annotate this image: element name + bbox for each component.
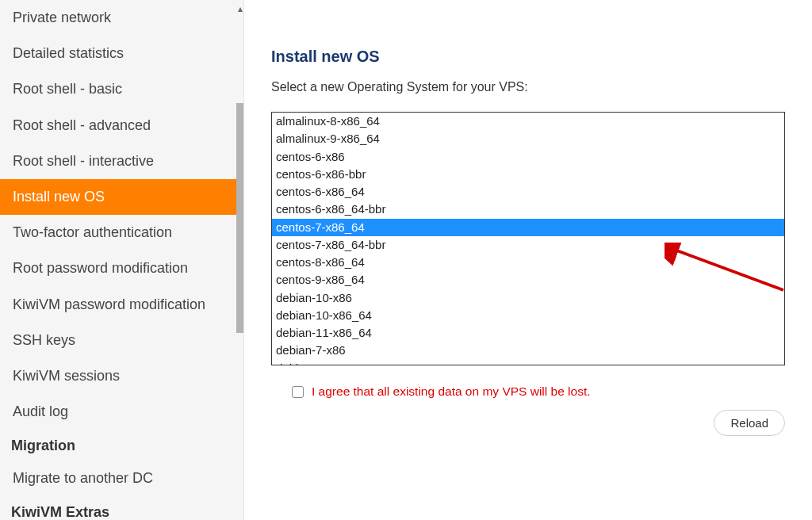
os-option-centos-6-x86_64[interactable]: centos-6-x86_64 <box>272 183 784 201</box>
os-option-centos-7-x86_64-bbr[interactable]: centos-7-x86_64-bbr <box>272 236 784 254</box>
os-option-centos-6-x86[interactable]: centos-6-x86 <box>272 148 784 166</box>
sidebar-item-root-password-modification[interactable]: Root password modification <box>0 250 243 286</box>
sidebar-item-detailed-statistics[interactable]: Detailed statistics <box>0 36 243 71</box>
sidebar-heading-migration: Migration <box>0 430 243 461</box>
sidebar-item-private-network[interactable]: Private network <box>0 0 243 36</box>
os-option-almalinux-9-x86_64[interactable]: almalinux-9-x86_64 <box>272 130 784 147</box>
os-option-debian-10-x86_64[interactable]: debian-10-x86_64 <box>272 307 784 324</box>
agree-label: I agree that all existing data on my VPS… <box>312 384 591 399</box>
sidebar-item-kiwivm-sessions[interactable]: KiwiVM sessions <box>0 358 243 394</box>
sidebar-item-install-new-os[interactable]: Install new OS <box>0 179 243 215</box>
main-content: Install new OS Select a new Operating Sy… <box>244 0 812 520</box>
sidebar-item-ssh-keys[interactable]: SSH keys <box>0 323 243 358</box>
os-option-centos-6-x86-bbr[interactable]: centos-6-x86-bbr <box>272 166 784 183</box>
os-option-debian-7-x86[interactable]: debian-7-x86 <box>272 342 784 359</box>
os-option-centos-7-x86_64[interactable]: centos-7-x86_64 <box>272 219 784 236</box>
sidebar-item-root-shell-basic[interactable]: Root shell - basic <box>0 71 243 107</box>
os-option-debian-7-x86_64[interactable]: debian-7-x86_64 <box>272 360 784 366</box>
sidebar: ▴ Private networkDetailed statisticsRoot… <box>0 0 244 520</box>
sidebar-item-audit-log[interactable]: Audit log <box>0 394 243 430</box>
sidebar-scroll-thumb[interactable] <box>236 103 243 333</box>
sidebar-heading-extras: KiwiVM Extras <box>0 496 243 520</box>
reload-button[interactable]: Reload <box>714 410 785 436</box>
os-option-debian-11-x86_64[interactable]: debian-11-x86_64 <box>272 324 784 342</box>
os-select-listbox[interactable]: almalinux-8-x86_64almalinux-9-x86_64cent… <box>271 112 785 365</box>
agree-checkbox[interactable] <box>292 386 304 398</box>
sidebar-item-two-factor-authentication[interactable]: Two-factor authentication <box>0 215 243 250</box>
sidebar-item-root-shell-interactive[interactable]: Root shell - interactive <box>0 143 243 179</box>
sidebar-item-kiwivm-password-modification[interactable]: KiwiVM password modification <box>0 287 243 323</box>
page-title: Install new OS <box>271 48 785 66</box>
os-option-almalinux-8-x86_64[interactable]: almalinux-8-x86_64 <box>272 113 784 130</box>
sidebar-scrollbar[interactable] <box>236 0 243 520</box>
os-option-centos-8-x86_64[interactable]: centos-8-x86_64 <box>272 254 784 271</box>
os-option-centos-9-x86_64[interactable]: centos-9-x86_64 <box>272 271 784 289</box>
page-subtitle: Select a new Operating System for your V… <box>271 80 785 94</box>
os-option-debian-10-x86[interactable]: debian-10-x86 <box>272 289 784 307</box>
sidebar-item-migrate-to-another-dc[interactable]: Migrate to another DC <box>0 461 243 496</box>
sidebar-item-root-shell-advanced[interactable]: Root shell - advanced <box>0 108 243 143</box>
os-option-centos-6-x86_64-bbr[interactable]: centos-6-x86_64-bbr <box>272 201 784 218</box>
